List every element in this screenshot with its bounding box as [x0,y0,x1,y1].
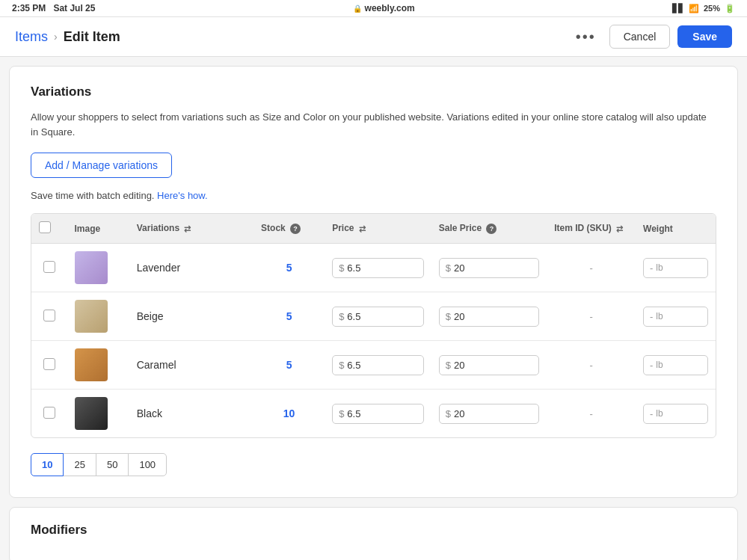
batch-edit-link[interactable]: Here's how. [157,190,208,201]
row-price-cell: $ [325,292,431,341]
row-weight-cell: - lb [636,390,716,438]
row-item-id-cell: - [547,341,636,390]
weight-wrapper: - lb [643,258,708,278]
row-image-cell [67,341,129,390]
row-item-id: - [589,311,592,322]
row-variation-name-cell: Caramel [129,341,253,390]
row-checkbox-cell[interactable] [31,390,67,438]
weight-value: - [650,360,653,371]
price-input[interactable] [347,408,392,419]
save-button[interactable]: Save [677,25,732,48]
th-variations: Variations ⇄ [129,214,253,244]
row-stock-value[interactable]: 5 [261,359,317,371]
sale-price-input[interactable] [454,311,499,322]
weight-unit: lb [656,360,663,370]
price-input-wrapper: $ [332,258,424,278]
row-price-cell: $ [325,390,431,438]
breadcrumb: Items › Edit Item [15,29,570,45]
row-variation-name: Black [137,407,162,419]
weight-value: - [650,311,653,322]
pagination-btn-10[interactable]: 10 [31,453,64,476]
th-sale-price: Sale Price ? [431,214,547,244]
row-stock-cell[interactable]: 5 [253,341,325,390]
pagination: 102550100 [31,453,716,476]
weight-wrapper: - lb [643,355,708,375]
item-id-sort-icon[interactable]: ⇄ [616,224,623,234]
select-all-checkbox[interactable] [39,221,51,233]
variations-table-wrapper: Image Variations ⇄ Stock ? Price ⇄ [31,213,716,438]
row-item-id: - [589,408,592,419]
row-image [75,397,108,430]
add-manage-variations-button[interactable]: Add / Manage variations [31,153,172,178]
sale-price-input[interactable] [454,360,499,371]
table-row: Black 10 $ $ - - [31,390,716,438]
pagination-btn-50[interactable]: 50 [96,453,129,476]
stock-help-icon: ? [290,224,301,234]
row-stock-value[interactable]: 10 [261,407,317,419]
sale-price-input[interactable] [454,262,499,274]
row-weight-cell: - lb [636,244,716,292]
row-stock-value[interactable]: 5 [261,310,317,322]
sale-price-input[interactable] [454,408,499,419]
row-image [75,251,108,284]
page-title: Edit Item [64,29,120,45]
th-item-id: Item ID (SKU) ⇄ [547,214,636,244]
row-stock-cell[interactable]: 5 [253,244,325,292]
price-symbol: $ [339,408,344,419]
row-checkbox[interactable] [43,310,55,321]
weight-unit: lb [656,262,663,273]
row-item-id: - [589,262,592,274]
row-sale-price-cell: $ [431,244,547,292]
status-indicators: ▋▋ 📶 25% 🔋 [672,4,735,13]
variations-sort-icon[interactable]: ⇄ [184,224,191,234]
price-symbol: $ [339,311,344,322]
batch-edit-text: Save time with batch editing. Here's how… [31,190,716,201]
more-options-button[interactable]: ••• [570,25,602,49]
row-stock-cell[interactable]: 5 [253,292,325,341]
variations-description: Allow your shoppers to select from varia… [31,110,716,139]
row-stock-cell[interactable]: 10 [253,390,325,438]
variations-table: Image Variations ⇄ Stock ? Price ⇄ [31,214,716,437]
modifiers-section: Modifiers [9,507,738,560]
row-image [75,300,108,333]
variations-title: Variations [31,84,716,99]
signal-icon: ▋▋ [672,4,684,13]
row-image-cell [67,244,129,292]
main-content: Variations Allow your shoppers to select… [0,66,747,560]
row-checkbox[interactable] [43,358,55,370]
battery-icon: 🔋 [725,4,735,13]
breadcrumb-items-link[interactable]: Items [15,29,48,45]
price-input[interactable] [347,262,392,274]
row-image [75,348,108,381]
th-price: Price ⇄ [325,214,431,244]
table-row: Lavender 5 $ $ - [31,244,716,292]
row-checkbox-cell[interactable] [31,292,67,341]
row-checkbox[interactable] [43,261,55,273]
price-input-wrapper: $ [332,355,424,375]
row-variation-name: Beige [137,310,164,322]
row-checkbox[interactable] [43,407,55,419]
price-input[interactable] [347,311,392,322]
pagination-btn-25[interactable]: 25 [63,453,96,476]
row-sale-price-cell: $ [431,390,547,438]
table-row: Caramel 5 $ $ - - [31,341,716,390]
price-input-wrapper: $ [332,404,424,424]
price-input[interactable] [347,360,392,371]
weight-unit: lb [656,311,663,321]
row-image-cell [67,292,129,341]
row-checkbox-cell[interactable] [31,244,67,292]
status-time: 2:35 PM Sat Jul 25 [12,3,95,13]
cancel-button[interactable]: Cancel [609,25,671,49]
row-item-id-cell: - [547,390,636,438]
weight-wrapper: - lb [643,404,708,424]
row-sale-price-cell: $ [431,341,547,390]
nav-actions: ••• Cancel Save [570,25,732,49]
weight-unit: lb [656,408,663,419]
pagination-btn-100[interactable]: 100 [128,453,167,476]
price-sort-icon[interactable]: ⇄ [359,224,366,234]
row-item-id-cell: - [547,292,636,341]
row-checkbox-cell[interactable] [31,341,67,390]
row-stock-value[interactable]: 5 [261,262,317,274]
lock-icon: 🔒 [353,4,362,13]
th-select-all[interactable] [31,214,67,244]
